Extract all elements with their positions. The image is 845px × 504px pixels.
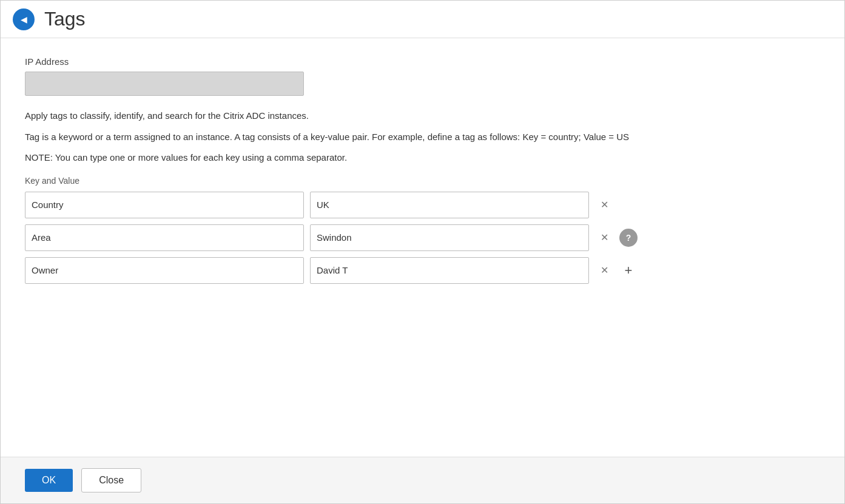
close-button[interactable]: Close — [81, 468, 141, 492]
remove-button-3[interactable]: ✕ — [595, 261, 613, 280]
tags-dialog: Tags IP Address Apply tags to classify, … — [0, 0, 845, 504]
ip-address-input[interactable] — [25, 72, 304, 96]
help-button[interactable]: ? — [619, 229, 638, 247]
tag-value-input-3[interactable] — [310, 257, 589, 284]
ip-address-label: IP Address — [25, 56, 820, 67]
tag-key-input-1[interactable] — [25, 192, 304, 218]
back-button[interactable] — [13, 8, 35, 30]
ok-button[interactable]: OK — [25, 469, 73, 492]
tag-key-input-3[interactable] — [25, 257, 304, 284]
dialog-header: Tags — [1, 1, 844, 38]
description-line3: NOTE: You can type one or more values fo… — [25, 151, 820, 165]
tag-value-input-1[interactable] — [310, 192, 589, 218]
tag-row: ✕ ? — [25, 224, 820, 251]
tag-key-input-2[interactable] — [25, 224, 304, 251]
tag-row: ✕ — [25, 192, 820, 218]
dialog-content: IP Address Apply tags to classify, ident… — [1, 38, 844, 457]
remove-button-2[interactable]: ✕ — [595, 229, 613, 247]
description-line1: Apply tags to classify, identify, and se… — [25, 109, 820, 123]
tag-rows-container: ✕ ✕ ? ✕ + — [25, 192, 820, 284]
remove-button-1[interactable]: ✕ — [595, 196, 613, 214]
tag-value-input-2[interactable] — [310, 224, 589, 251]
add-tag-button[interactable]: + — [619, 261, 638, 280]
dialog-title: Tags — [44, 8, 86, 30]
key-value-label: Key and Value — [25, 176, 820, 186]
tag-row: ✕ + — [25, 257, 820, 284]
dialog-footer: OK Close — [1, 457, 844, 503]
description-line2: Tag is a keyword or a term assigned to a… — [25, 130, 820, 144]
